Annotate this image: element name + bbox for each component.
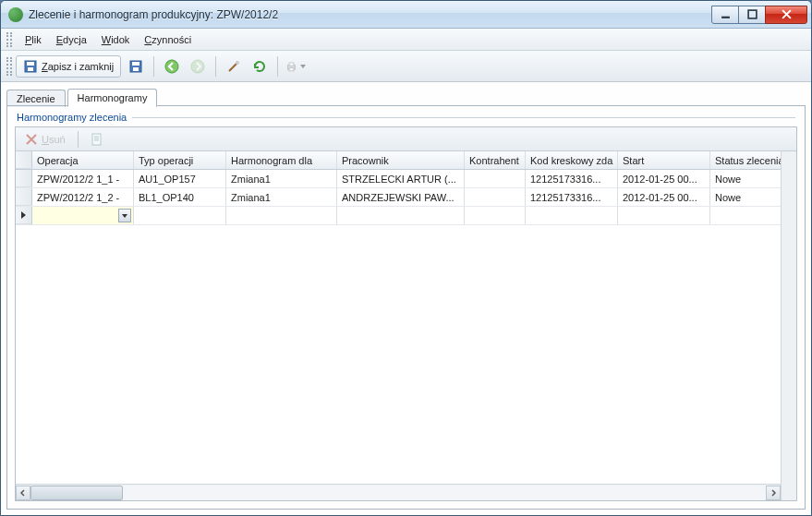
grid-header: Operacja Typ operacji Harmonogram dla Pr… [16, 151, 781, 170]
col-start[interactable]: Start [618, 151, 710, 169]
cell-typ-operacji[interactable]: AU1_OP157 [134, 170, 226, 187]
tabstrip: Zlecenie Harmonogramy [6, 86, 806, 106]
minimize-button[interactable] [711, 6, 739, 24]
save-and-close-button[interactable]: Zapisz i zamknij [16, 55, 121, 78]
close-button[interactable] [765, 6, 807, 24]
tools-button[interactable] [223, 55, 245, 78]
col-kod-kreskowy[interactable]: Kod kreskowy zda [526, 151, 618, 169]
row-header [16, 170, 32, 187]
cell-start[interactable]: 2012-01-25 00... [618, 170, 710, 187]
cell[interactable] [134, 207, 226, 224]
toolbar: Zapisz i zamknij [1, 51, 811, 82]
cell[interactable] [618, 207, 710, 224]
row-header [16, 188, 32, 206]
print-button[interactable] [285, 55, 307, 78]
col-status[interactable]: Status zlecenia [710, 151, 781, 169]
toolbar-grip [6, 57, 12, 76]
chevron-down-icon [300, 65, 306, 68]
cell-start[interactable]: 2012-01-25 00... [618, 188, 710, 206]
cell-kontrahent[interactable] [465, 188, 526, 206]
nav-forward-button[interactable] [187, 55, 209, 78]
titlebar: Zlecenie i harmonogram produkcyjny: ZPW/… [1, 1, 811, 29]
scroll-left-button[interactable] [16, 486, 30, 500]
dropdown-button[interactable] [118, 209, 131, 222]
col-operacja[interactable]: Operacja [32, 151, 134, 169]
separator [215, 56, 216, 77]
svg-rect-3 [27, 62, 34, 66]
svg-rect-14 [92, 134, 101, 145]
cell[interactable] [526, 207, 618, 224]
cell-pracownik[interactable]: STRZELECKI ARTUR (... [337, 170, 465, 187]
vertical-scrollbar[interactable] [781, 151, 796, 500]
menubar: Plik Edycja Widok Czynności [1, 29, 811, 51]
svg-rect-6 [132, 62, 139, 66]
svg-point-10 [236, 61, 239, 65]
menu-widok[interactable]: Widok [96, 32, 136, 47]
tab-zlecenie[interactable]: Zlecenie [6, 90, 66, 107]
cell-pracownik[interactable]: ANDRZEJEWSKI PAW... [337, 188, 465, 206]
grid-toolbar: Usuń [16, 127, 796, 151]
col-kontrahent[interactable]: Kontrahent [465, 151, 526, 169]
document-icon [91, 133, 103, 146]
cell[interactable] [710, 207, 781, 224]
group-harmonogramy: Harmonogramy zlecenia Usuń [6, 106, 806, 510]
cell-status[interactable]: Nowe [710, 188, 781, 206]
window-title: Zlecenie i harmonogram produkcyjny: ZPW/… [29, 8, 712, 21]
scroll-track[interactable] [30, 486, 766, 500]
table-row[interactable]: ZPW/2012/2 1_2 - BL1_OP140 Zmiana1 ANDRZ… [16, 188, 781, 207]
cell-operacja[interactable]: ZPW/2012/2 1_2 - [32, 188, 134, 206]
svg-rect-13 [289, 67, 294, 70]
group-legend: Harmonogramy zlecenia [15, 112, 797, 123]
cell-kontrahent[interactable] [465, 170, 526, 187]
save-button[interactable] [125, 55, 147, 78]
menu-plik[interactable]: Plik [19, 32, 47, 47]
edit-button[interactable] [87, 131, 107, 148]
svg-rect-1 [748, 10, 757, 18]
tab-harmonogramy[interactable]: Harmonogramy [67, 89, 158, 107]
separator [78, 131, 79, 148]
menubar-grip [6, 32, 12, 47]
data-grid[interactable]: Operacja Typ operacji Harmonogram dla Pr… [16, 151, 781, 500]
menu-czynnosci[interactable]: Czynności [139, 32, 197, 47]
nav-back-button[interactable] [161, 55, 183, 78]
cell-operacja[interactable]: ZPW/2012/2 1_1 - [32, 170, 134, 187]
cell[interactable] [226, 207, 337, 224]
cell-harmonogram-dla[interactable]: Zmiana1 [226, 170, 337, 187]
client-area: Zlecenie Harmonogramy Harmonogramy zlece… [1, 82, 811, 515]
svg-rect-0 [721, 17, 730, 18]
cell-operacja-editor[interactable] [32, 207, 134, 224]
svg-rect-7 [133, 67, 139, 71]
table-row[interactable]: ZPW/2012/2 1_1 - AU1_OP157 Zmiana1 STRZE… [16, 170, 781, 188]
main-window: Zlecenie i harmonogram produkcyjny: ZPW/… [0, 0, 812, 516]
refresh-button[interactable] [248, 55, 271, 78]
svg-rect-4 [28, 67, 33, 71]
cell-typ-operacji[interactable]: BL1_OP140 [134, 188, 226, 206]
maximize-button[interactable] [738, 6, 766, 24]
delete-button[interactable]: Usuń [21, 131, 69, 148]
horizontal-scrollbar[interactable] [16, 484, 781, 500]
menu-edycja[interactable]: Edycja [51, 32, 92, 47]
separator [153, 56, 154, 77]
row-header-current [16, 207, 32, 224]
cell-kod[interactable]: 12125173316... [526, 188, 618, 206]
row-header-corner [16, 151, 32, 169]
delete-icon [25, 133, 38, 146]
svg-point-9 [191, 60, 204, 73]
col-harmonogram-dla[interactable]: Harmonogram dla [226, 151, 337, 169]
save-icon [23, 59, 38, 74]
scroll-right-button[interactable] [766, 486, 781, 500]
cell-harmonogram-dla[interactable]: Zmiana1 [226, 188, 337, 206]
cell[interactable] [337, 207, 465, 224]
app-icon [8, 7, 23, 22]
scroll-thumb[interactable] [30, 486, 123, 500]
table-row-new[interactable] [16, 207, 781, 225]
grid-panel: Usuń Operacja Typ operacji Harmonogram d… [15, 126, 797, 501]
svg-point-8 [165, 60, 178, 73]
cell[interactable] [465, 207, 526, 224]
cell-kod[interactable]: 12125173316... [526, 170, 618, 187]
save-and-close-label: Zapisz i zamknij [42, 61, 114, 72]
col-typ-operacji[interactable]: Typ operacji [134, 151, 226, 169]
cell-status[interactable]: Nowe [710, 170, 781, 187]
col-pracownik[interactable]: Pracownik [337, 151, 465, 169]
svg-rect-12 [289, 62, 294, 65]
